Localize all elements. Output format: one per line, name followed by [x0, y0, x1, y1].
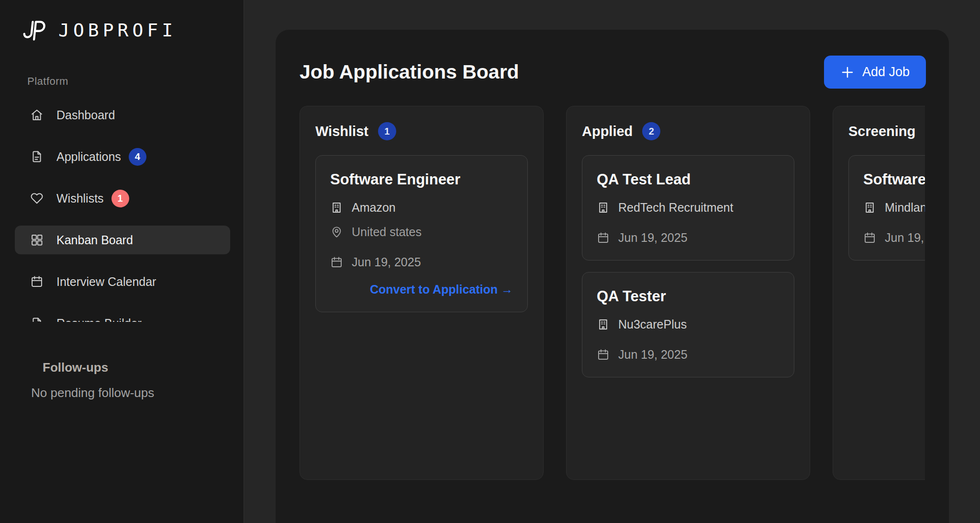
sidebar-item-label: Resume Builder: [56, 317, 142, 322]
sidebar-item-kanban-board[interactable]: Kanban Board: [15, 226, 230, 254]
calendar-icon: [30, 275, 44, 288]
company-name: Amazon: [352, 201, 396, 215]
calendar-icon: [863, 231, 876, 244]
job-title: QA Test Lead: [597, 171, 780, 188]
calendar-icon: [597, 348, 610, 361]
grid-icon: [30, 233, 44, 247]
sidebar: JOBPROFI Platform DashboardApplications4…: [0, 0, 244, 523]
plus-icon: [840, 65, 855, 80]
count-badge: 4: [129, 148, 146, 166]
date-row: Jun 19, 2025: [597, 231, 780, 245]
column-header: Wishlist1: [315, 121, 528, 142]
logo[interactable]: JOBPROFI: [22, 17, 177, 43]
page-title: Job Applications Board: [300, 61, 519, 83]
company-row: Mindlance: [863, 201, 925, 215]
date-row: Jun 19, 2025: [597, 348, 780, 362]
company-name: RedTech Recruitment: [618, 201, 733, 215]
sidebar-item-label: Applications: [56, 150, 121, 164]
heart-icon: [30, 192, 44, 205]
sidebar-item-applications[interactable]: Applications4: [15, 142, 230, 171]
board-header: Job Applications Board Add Job: [300, 56, 926, 89]
add-job-label: Add Job: [862, 65, 910, 80]
date-text: Jun 19, 2025: [618, 348, 688, 362]
company-row: Nu3carePlus: [597, 318, 780, 331]
home-icon: [30, 108, 44, 122]
building-icon: [863, 201, 876, 214]
building-icon: [330, 201, 343, 214]
add-job-button[interactable]: Add Job: [824, 56, 926, 89]
company-name: Mindlance: [885, 201, 925, 215]
jobprofi-logo-icon: [21, 17, 48, 43]
map-pin-icon: [330, 226, 343, 239]
sidebar-section-label: Platform: [27, 75, 68, 88]
column-count-badge: 2: [642, 122, 660, 140]
date-text: Jun 19, 2025: [352, 255, 421, 269]
sidebar-item-dashboard[interactable]: Dashboard: [15, 101, 230, 129]
sidebar-item-interview-calendar[interactable]: Interview Calendar: [15, 267, 230, 296]
column-title: Applied: [582, 124, 633, 139]
column-title: Wishlist: [315, 124, 368, 139]
sidebar-item-label: Dashboard: [56, 108, 115, 122]
followups-section: Follow-ups No pending follow-ups: [31, 360, 154, 400]
kanban-column-wishlist: Wishlist1Software EngineerAmazonUnited s…: [300, 106, 544, 480]
location-row: United states: [330, 225, 513, 239]
job-title: QA Tester: [597, 288, 780, 305]
building-icon: [597, 201, 610, 214]
company-row: RedTech Recruitment: [597, 201, 780, 215]
file-icon: [30, 317, 44, 322]
location-text: United states: [352, 225, 422, 239]
kanban-column-applied: Applied2QA Test LeadRedTech RecruitmentJ…: [566, 106, 810, 480]
company-name: Nu3carePlus: [618, 318, 687, 331]
app-title: JOBPROFI: [58, 20, 177, 41]
calendar-icon: [330, 256, 343, 269]
count-badge: 1: [111, 190, 129, 207]
job-card[interactable]: QA Test LeadRedTech RecruitmentJun 19, 2…: [582, 155, 794, 261]
job-title: Software Engineer: [863, 171, 925, 188]
date-row: Jun 19, 2025: [330, 255, 513, 269]
convert-to-application-link[interactable]: Convert to Application →: [330, 283, 513, 296]
company-row: Amazon: [330, 201, 513, 215]
date-text: Jun 19, 2025: [885, 231, 925, 245]
column-count-badge: 1: [378, 122, 396, 140]
building-icon: [597, 318, 610, 331]
column-header: Applied2: [582, 121, 794, 142]
sidebar-nav: DashboardApplications4Wishlists1Kanban B…: [15, 101, 230, 322]
job-card[interactable]: QA TesterNu3carePlusJun 19, 2025: [582, 272, 794, 377]
date-row: Jun 19, 2025: [863, 231, 925, 245]
card-list: QA Test LeadRedTech RecruitmentJun 19, 2…: [582, 155, 794, 377]
board-panel: Job Applications Board Add Job Wishlist1…: [276, 30, 949, 523]
kanban-column-screening: Screening1Software EngineerMindlanceJun …: [833, 106, 925, 480]
job-title: Software Engineer: [330, 171, 513, 188]
sidebar-item-label: Kanban Board: [56, 233, 133, 247]
file-text-icon: [30, 150, 44, 163]
job-card[interactable]: Software EngineerAmazonUnited statesJun …: [315, 155, 528, 312]
sidebar-item-resume-builder[interactable]: Resume Builder: [15, 309, 230, 322]
sidebar-item-label: Wishlists: [56, 192, 104, 205]
kanban-board: Wishlist1Software EngineerAmazonUnited s…: [300, 106, 925, 480]
sidebar-item-label: Interview Calendar: [56, 275, 156, 289]
sidebar-item-wishlists[interactable]: Wishlists1: [15, 184, 230, 213]
card-list: Software EngineerMindlanceJun 19, 2025: [848, 155, 925, 261]
card-list: Software EngineerAmazonUnited statesJun …: [315, 155, 528, 312]
followups-empty-text: No pending follow-ups: [31, 386, 154, 400]
job-card[interactable]: Software EngineerMindlanceJun 19, 2025: [848, 155, 925, 261]
followups-title: Follow-ups: [43, 360, 154, 375]
date-text: Jun 19, 2025: [618, 231, 688, 245]
jobprofi-app: { "app": { "name": "JOBPROFI" }, "colors…: [0, 0, 980, 523]
calendar-icon: [597, 231, 610, 244]
column-title: Screening: [848, 124, 915, 139]
column-header: Screening1: [848, 121, 925, 142]
